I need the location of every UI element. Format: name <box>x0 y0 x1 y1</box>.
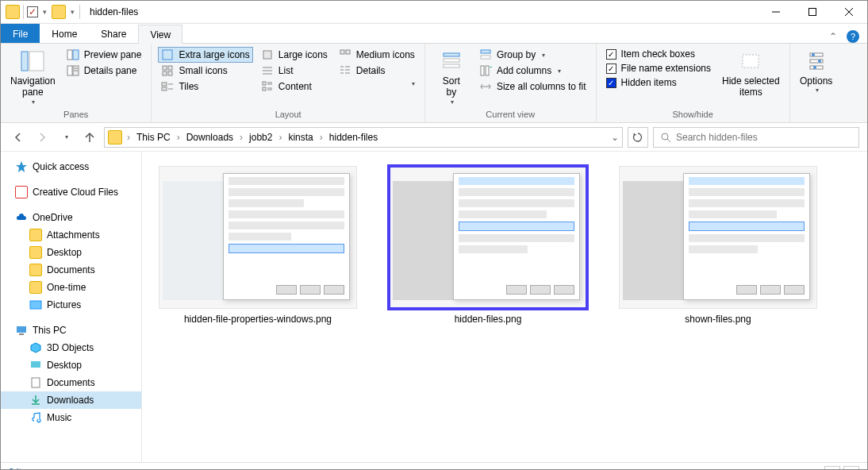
file-content-area[interactable]: hidden-file-properties-windows.png hidde… <box>142 152 867 462</box>
small-icons-button[interactable]: Small icons <box>158 63 252 79</box>
sidebar-this-pc[interactable]: This PC <box>1 322 141 339</box>
svg-marker-58 <box>16 161 27 172</box>
chevron-right-icon[interactable]: › <box>238 132 244 143</box>
size-columns-button[interactable]: Size all columns to fit <box>476 79 590 94</box>
details-button[interactable]: Details <box>336 63 418 79</box>
sidebar-item-documents-pc[interactable]: Documents <box>1 374 141 391</box>
breadcrumb-item[interactable]: This PC <box>133 132 174 143</box>
file-name: hidden-files.png <box>455 314 522 325</box>
layout-more-button[interactable]: ▾ <box>336 79 418 89</box>
file-extensions-toggle[interactable]: File name extensions <box>603 61 714 75</box>
details-view-button[interactable]: ☰ <box>824 466 840 470</box>
svg-rect-31 <box>340 50 344 54</box>
chevron-right-icon[interactable]: › <box>277 132 283 143</box>
maximize-button[interactable] <box>794 1 831 24</box>
sidebar-creative-cloud[interactable]: Creative Cloud Files <box>1 183 141 201</box>
group-icon <box>479 48 492 61</box>
sidebar-item-documents[interactable]: Documents <box>1 261 141 279</box>
qat-properties-icon[interactable]: ✓ <box>27 6 38 17</box>
medium-icons-button[interactable]: Medium icons <box>336 47 418 63</box>
pictures-icon <box>29 299 42 311</box>
folder-icon <box>6 5 20 19</box>
svg-rect-15 <box>163 71 167 75</box>
svg-rect-28 <box>263 87 266 91</box>
svg-rect-42 <box>481 50 490 53</box>
chevron-right-icon[interactable]: › <box>175 132 182 143</box>
help-icon[interactable]: ? <box>847 30 859 43</box>
ribbon-group-current-view: Sort by▾ Group by▾ +Add columns▾ Size al… <box>425 44 597 122</box>
qat-dropdown-icon[interactable]: ▾ <box>41 8 48 16</box>
item-check-boxes-toggle[interactable]: Item check boxes <box>603 47 714 61</box>
minimize-button[interactable] <box>758 1 794 24</box>
search-input[interactable]: Search hidden-files <box>653 127 859 148</box>
breadcrumb-path[interactable]: › This PC› Downloads› jobb2› kinsta› hid… <box>104 127 623 148</box>
group-label-current-view: Current view <box>432 107 590 121</box>
svg-rect-21 <box>263 51 271 59</box>
recent-locations-button[interactable]: ▾ <box>56 128 75 147</box>
svg-marker-62 <box>31 343 40 352</box>
search-icon <box>660 132 671 143</box>
sidebar-item-desktop-pc[interactable]: Desktop <box>1 356 141 374</box>
breadcrumb-item[interactable]: hidden-files <box>326 132 381 143</box>
list-button[interactable]: List <box>258 63 331 79</box>
svg-rect-17 <box>162 83 167 86</box>
checkbox-icon <box>606 78 616 88</box>
navigation-sidebar[interactable]: Quick access Creative Cloud Files OneDri… <box>1 152 142 462</box>
qat-dropdown-icon[interactable]: ▾ <box>69 8 76 16</box>
svg-text:+: + <box>490 64 492 73</box>
tiles-button[interactable]: Tiles <box>158 79 252 94</box>
hidden-items-toggle[interactable]: Hidden items <box>603 75 714 90</box>
svg-point-54 <box>813 66 816 69</box>
ribbon-group-show-hide: Item check boxes File name extensions Hi… <box>597 44 790 122</box>
up-button[interactable] <box>80 128 99 147</box>
sidebar-item-desktop[interactable]: Desktop <box>1 244 141 261</box>
add-columns-button[interactable]: +Add columns▾ <box>476 63 590 79</box>
preview-pane-button[interactable]: Preview pane <box>63 47 145 63</box>
sidebar-item-attachments[interactable]: Attachments <box>1 226 141 244</box>
group-by-button[interactable]: Group by▾ <box>476 47 590 63</box>
sidebar-item-3d-objects[interactable]: 3D Objects <box>1 339 141 356</box>
tab-home[interactable]: Home <box>40 24 89 43</box>
tab-view[interactable]: View <box>138 25 182 44</box>
sidebar-item-downloads[interactable]: Downloads <box>1 391 141 409</box>
svg-rect-64 <box>32 378 40 387</box>
status-bar: 3 items ☰ ▦ <box>1 462 867 470</box>
thumbnails-view-button[interactable]: ▦ <box>843 466 859 470</box>
close-button[interactable] <box>831 1 867 24</box>
chevron-right-icon[interactable]: › <box>125 132 132 143</box>
breadcrumb-item[interactable]: kinsta <box>285 132 316 143</box>
file-item[interactable]: hidden-files.png <box>380 166 596 325</box>
sidebar-quick-access[interactable]: Quick access <box>1 158 141 175</box>
tab-share[interactable]: Share <box>89 24 138 43</box>
breadcrumb-item[interactable]: jobb2 <box>246 132 275 143</box>
add-columns-icon: + <box>479 64 492 77</box>
sidebar-item-pictures[interactable]: Pictures <box>1 296 141 314</box>
file-item[interactable]: shown-files.png <box>610 166 826 325</box>
sort-by-button[interactable]: Sort by▾ <box>432 47 471 107</box>
group-label-panes: Panes <box>7 107 144 121</box>
window-controls <box>758 1 867 24</box>
file-item[interactable]: hidden-file-properties-windows.png <box>150 166 366 325</box>
path-dropdown-icon[interactable]: ⌄ <box>611 132 619 143</box>
large-icons-button[interactable]: Large icons <box>258 47 331 63</box>
svg-rect-45 <box>486 66 489 75</box>
refresh-button[interactable] <box>628 127 648 148</box>
extra-large-icons-button[interactable]: Extra large icons <box>158 47 252 63</box>
ribbon-group-options: Options▾ <box>790 44 843 122</box>
content-button[interactable]: Content <box>258 79 331 94</box>
options-button[interactable]: Options▾ <box>797 47 836 107</box>
tab-file[interactable]: File <box>1 24 40 43</box>
hide-selected-button[interactable]: Hide selected items <box>719 47 783 107</box>
chevron-right-icon[interactable]: › <box>318 132 325 143</box>
svg-rect-18 <box>162 87 167 91</box>
forward-button[interactable] <box>33 128 52 147</box>
details-pane-button[interactable]: Details pane <box>63 63 145 79</box>
address-bar-row: ▾ › This PC› Downloads› jobb2› kinsta› h… <box>1 123 867 152</box>
sidebar-item-one-time[interactable]: One-time <box>1 279 141 296</box>
breadcrumb-item[interactable]: Downloads <box>183 132 236 143</box>
sidebar-onedrive[interactable]: OneDrive <box>1 209 141 226</box>
back-button[interactable] <box>9 128 28 147</box>
collapse-ribbon-icon[interactable]: ⌃ <box>829 31 837 42</box>
navigation-pane-button[interactable]: Navigation pane▾ <box>7 47 59 107</box>
sidebar-item-music[interactable]: Music <box>1 409 141 426</box>
